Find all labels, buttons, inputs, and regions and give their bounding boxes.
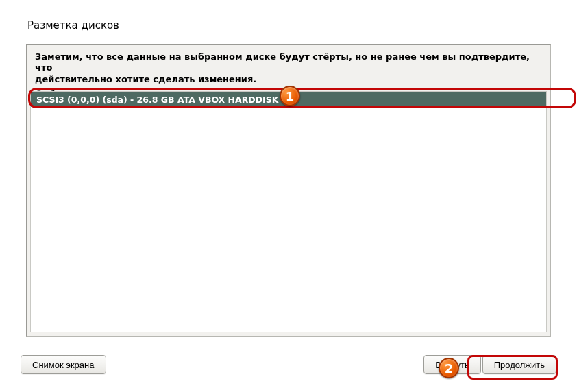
disk-list: SCSI3 (0,0,0) (sda) - 26.8 GB ATA VBOX H… [30, 91, 547, 332]
partition-wizard-window: Разметка дисков Заметим, что все данные … [0, 0, 577, 392]
right-button-group: Вернуть Продолжить [423, 355, 556, 374]
warning-line-1: Заметим, что все данные на выбранном дис… [35, 51, 530, 73]
disk-row-sda[interactable]: SCSI3 (0,0,0) (sda) - 26.8 GB ATA VBOX H… [31, 92, 546, 107]
warning-line-2: действительно хотите сделать изменения. [35, 74, 256, 84]
warning-text: Заметим, что все данные на выбранном дис… [27, 45, 550, 88]
button-bar: Снимок экрана Вернуть Продолжить [21, 355, 556, 377]
page-title: Разметка дисков [0, 0, 577, 37]
main-panel: Заметим, что все данные на выбранном дис… [26, 44, 551, 337]
disk-label: SCSI3 (0,0,0) (sda) - 26.8 GB ATA VBOX H… [36, 95, 278, 105]
back-button[interactable]: Вернуть [423, 355, 481, 374]
screenshot-button[interactable]: Снимок экрана [21, 355, 106, 374]
continue-button[interactable]: Продолжить [482, 355, 556, 374]
